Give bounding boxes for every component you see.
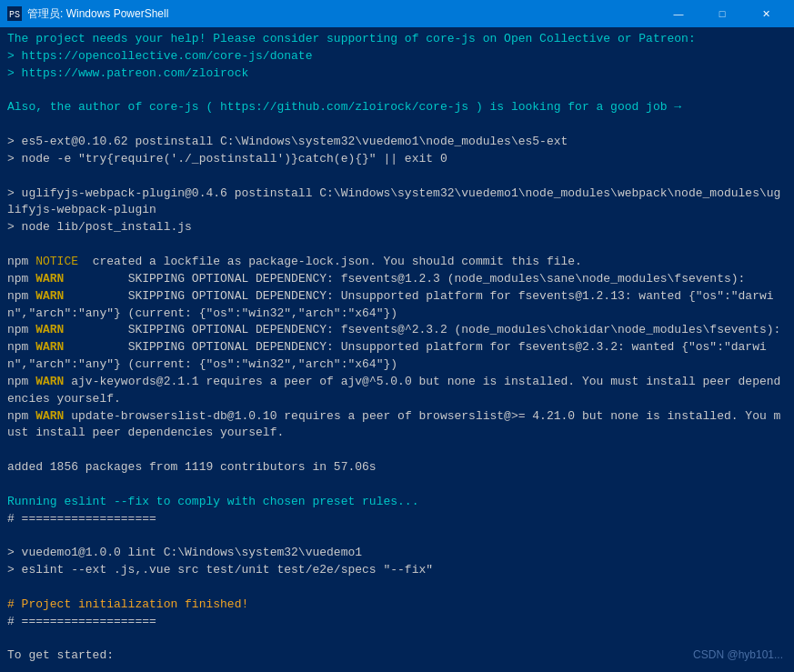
terminal-line: added 1856 packages from 1119 contributo…	[7, 459, 787, 476]
terminal-line	[7, 168, 787, 186]
terminal-line: The project needs your help! Please cons…	[7, 31, 787, 48]
terminal-line	[7, 579, 787, 597]
terminal-line	[7, 442, 787, 459]
terminal-line: > node lib/post_install.js	[7, 219, 787, 236]
terminal-line: npm WARN ajv-keywords@2.1.1 requires a p…	[7, 374, 787, 408]
terminal-line: npm NOTICE created a lockfile as package…	[7, 254, 787, 271]
titlebar-controls: — □ ✕	[658, 0, 787, 27]
terminal-line: Running eslint --fix to comply with chos…	[7, 494, 787, 511]
titlebar-title: 管理员: Windows PowerShell	[27, 6, 168, 22]
terminal-line: npm WARN update-browserslist-db@1.0.10 r…	[7, 408, 787, 443]
terminal-line	[7, 116, 787, 134]
terminal-line: > eslint --ext .js,.vue src test/unit te…	[7, 562, 787, 579]
maximize-button[interactable]: □	[701, 0, 743, 27]
svg-text:PS: PS	[9, 10, 20, 20]
terminal-line: > uglifyjs-webpack-plugin@0.4.6 postinst…	[7, 186, 787, 220]
close-button[interactable]: ✕	[745, 0, 787, 27]
titlebar: PS 管理员: Windows PowerShell — □ ✕	[0, 0, 794, 27]
watermark: CSDN @hyb101...	[693, 647, 783, 663]
terminal-line: npm WARN SKIPPING OPTIONAL DEPENDENCY: f…	[7, 271, 787, 288]
powershell-icon: PS	[7, 6, 22, 21]
terminal-line	[7, 236, 787, 254]
terminal-line: npm WARN SKIPPING OPTIONAL DEPENDENCY: f…	[7, 322, 787, 339]
titlebar-left: PS 管理员: Windows PowerShell	[7, 6, 168, 22]
terminal-line: npm WARN SKIPPING OPTIONAL DEPENDENCY: U…	[7, 288, 787, 323]
terminal-body: The project needs your help! Please cons…	[0, 27, 794, 672]
terminal-line: npm WARN SKIPPING OPTIONAL DEPENDENCY: U…	[7, 339, 787, 374]
terminal-line: > https://opencollective.com/core-js/don…	[7, 48, 787, 65]
terminal-line: > es5-ext@0.10.62 postinstall C:\Windows…	[7, 134, 787, 151]
minimize-button[interactable]: —	[658, 0, 699, 27]
terminal-line	[7, 476, 787, 494]
terminal-line	[7, 631, 787, 648]
terminal-line	[7, 665, 787, 672]
terminal-line: # Project initialization finished!	[7, 597, 787, 614]
terminal-line: > vuedemo1@1.0.0 lint C:\Windows\system3…	[7, 545, 787, 562]
terminal-line	[7, 83, 787, 100]
terminal-line: # ===================	[7, 511, 787, 528]
terminal-line: To get started:	[7, 647, 787, 665]
terminal-line: Also, the author of core-js ( https://gi…	[7, 99, 787, 116]
terminal-line: > https://www.patreon.com/zloirock	[7, 65, 787, 83]
terminal-line	[7, 527, 787, 545]
terminal-line: # ===================	[7, 614, 787, 631]
terminal-line: > node -e "try{require('./_postinstall')…	[7, 151, 787, 168]
